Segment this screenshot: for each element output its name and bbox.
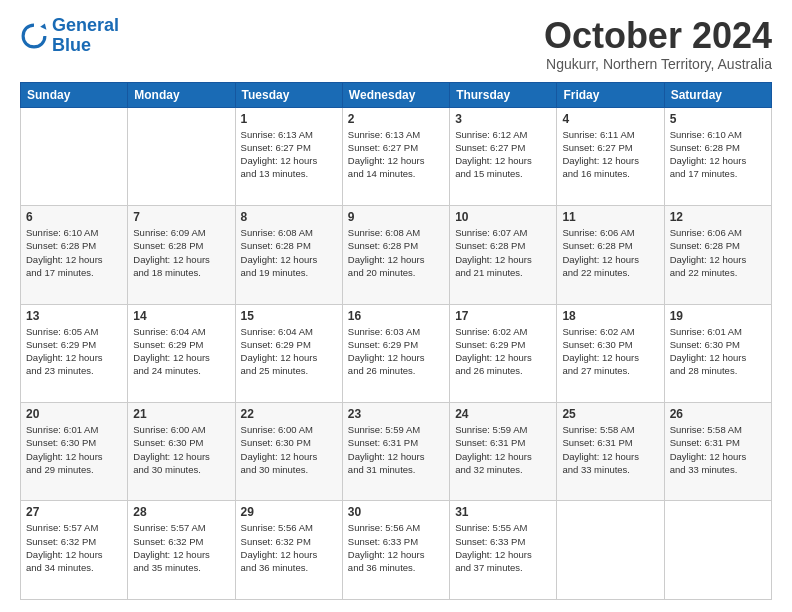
table-row: 17Sunrise: 6:02 AM Sunset: 6:29 PM Dayli…: [450, 304, 557, 402]
calendar-week-5: 27Sunrise: 5:57 AM Sunset: 6:32 PM Dayli…: [21, 501, 772, 600]
day-number: 6: [26, 210, 122, 224]
day-number: 27: [26, 505, 122, 519]
day-detail: Sunrise: 6:00 AM Sunset: 6:30 PM Dayligh…: [133, 423, 229, 476]
logo: General Blue: [20, 16, 119, 56]
month-title: October 2024: [544, 16, 772, 56]
day-number: 25: [562, 407, 658, 421]
table-row: 9Sunrise: 6:08 AM Sunset: 6:28 PM Daylig…: [342, 206, 449, 304]
table-row: 28Sunrise: 5:57 AM Sunset: 6:32 PM Dayli…: [128, 501, 235, 600]
col-monday: Monday: [128, 82, 235, 107]
day-number: 3: [455, 112, 551, 126]
day-number: 31: [455, 505, 551, 519]
calendar-table: Sunday Monday Tuesday Wednesday Thursday…: [20, 82, 772, 600]
table-row: 11Sunrise: 6:06 AM Sunset: 6:28 PM Dayli…: [557, 206, 664, 304]
table-row: 23Sunrise: 5:59 AM Sunset: 6:31 PM Dayli…: [342, 403, 449, 501]
col-saturday: Saturday: [664, 82, 771, 107]
table-row: 22Sunrise: 6:00 AM Sunset: 6:30 PM Dayli…: [235, 403, 342, 501]
day-number: 24: [455, 407, 551, 421]
calendar-week-2: 6Sunrise: 6:10 AM Sunset: 6:28 PM Daylig…: [21, 206, 772, 304]
day-detail: Sunrise: 6:04 AM Sunset: 6:29 PM Dayligh…: [133, 325, 229, 378]
day-detail: Sunrise: 6:00 AM Sunset: 6:30 PM Dayligh…: [241, 423, 337, 476]
calendar-week-1: 1Sunrise: 6:13 AM Sunset: 6:27 PM Daylig…: [21, 107, 772, 205]
day-detail: Sunrise: 5:59 AM Sunset: 6:31 PM Dayligh…: [455, 423, 551, 476]
table-row: 6Sunrise: 6:10 AM Sunset: 6:28 PM Daylig…: [21, 206, 128, 304]
day-number: 18: [562, 309, 658, 323]
day-detail: Sunrise: 5:58 AM Sunset: 6:31 PM Dayligh…: [670, 423, 766, 476]
table-row: 12Sunrise: 6:06 AM Sunset: 6:28 PM Dayli…: [664, 206, 771, 304]
table-row: 27Sunrise: 5:57 AM Sunset: 6:32 PM Dayli…: [21, 501, 128, 600]
title-area: October 2024 Ngukurr, Northern Territory…: [544, 16, 772, 72]
day-number: 4: [562, 112, 658, 126]
table-row: 24Sunrise: 5:59 AM Sunset: 6:31 PM Dayli…: [450, 403, 557, 501]
day-detail: Sunrise: 5:58 AM Sunset: 6:31 PM Dayligh…: [562, 423, 658, 476]
header: General Blue October 2024 Ngukurr, North…: [20, 16, 772, 72]
day-detail: Sunrise: 6:08 AM Sunset: 6:28 PM Dayligh…: [348, 226, 444, 279]
day-number: 29: [241, 505, 337, 519]
day-number: 14: [133, 309, 229, 323]
table-row: 5Sunrise: 6:10 AM Sunset: 6:28 PM Daylig…: [664, 107, 771, 205]
table-row: [21, 107, 128, 205]
day-number: 28: [133, 505, 229, 519]
day-number: 9: [348, 210, 444, 224]
day-number: 12: [670, 210, 766, 224]
day-detail: Sunrise: 6:07 AM Sunset: 6:28 PM Dayligh…: [455, 226, 551, 279]
day-number: 15: [241, 309, 337, 323]
day-number: 13: [26, 309, 122, 323]
day-number: 22: [241, 407, 337, 421]
day-detail: Sunrise: 5:56 AM Sunset: 6:33 PM Dayligh…: [348, 521, 444, 574]
table-row: 2Sunrise: 6:13 AM Sunset: 6:27 PM Daylig…: [342, 107, 449, 205]
day-detail: Sunrise: 5:56 AM Sunset: 6:32 PM Dayligh…: [241, 521, 337, 574]
day-number: 7: [133, 210, 229, 224]
table-row: 21Sunrise: 6:00 AM Sunset: 6:30 PM Dayli…: [128, 403, 235, 501]
day-detail: Sunrise: 6:04 AM Sunset: 6:29 PM Dayligh…: [241, 325, 337, 378]
day-number: 5: [670, 112, 766, 126]
calendar-week-4: 20Sunrise: 6:01 AM Sunset: 6:30 PM Dayli…: [21, 403, 772, 501]
day-detail: Sunrise: 5:59 AM Sunset: 6:31 PM Dayligh…: [348, 423, 444, 476]
day-number: 1: [241, 112, 337, 126]
table-row: 26Sunrise: 5:58 AM Sunset: 6:31 PM Dayli…: [664, 403, 771, 501]
col-sunday: Sunday: [21, 82, 128, 107]
day-detail: Sunrise: 6:12 AM Sunset: 6:27 PM Dayligh…: [455, 128, 551, 181]
day-number: 2: [348, 112, 444, 126]
table-row: 3Sunrise: 6:12 AM Sunset: 6:27 PM Daylig…: [450, 107, 557, 205]
col-thursday: Thursday: [450, 82, 557, 107]
table-row: 19Sunrise: 6:01 AM Sunset: 6:30 PM Dayli…: [664, 304, 771, 402]
col-wednesday: Wednesday: [342, 82, 449, 107]
day-detail: Sunrise: 6:11 AM Sunset: 6:27 PM Dayligh…: [562, 128, 658, 181]
logo-text: General Blue: [52, 16, 119, 56]
day-detail: Sunrise: 6:05 AM Sunset: 6:29 PM Dayligh…: [26, 325, 122, 378]
table-row: [128, 107, 235, 205]
day-number: 23: [348, 407, 444, 421]
table-row: 4Sunrise: 6:11 AM Sunset: 6:27 PM Daylig…: [557, 107, 664, 205]
table-row: 31Sunrise: 5:55 AM Sunset: 6:33 PM Dayli…: [450, 501, 557, 600]
page: General Blue October 2024 Ngukurr, North…: [0, 0, 792, 612]
col-friday: Friday: [557, 82, 664, 107]
table-row: 7Sunrise: 6:09 AM Sunset: 6:28 PM Daylig…: [128, 206, 235, 304]
table-row: 25Sunrise: 5:58 AM Sunset: 6:31 PM Dayli…: [557, 403, 664, 501]
day-detail: Sunrise: 6:06 AM Sunset: 6:28 PM Dayligh…: [670, 226, 766, 279]
table-row: 10Sunrise: 6:07 AM Sunset: 6:28 PM Dayli…: [450, 206, 557, 304]
table-row: [664, 501, 771, 600]
logo-icon: [20, 22, 48, 50]
col-tuesday: Tuesday: [235, 82, 342, 107]
table-row: 20Sunrise: 6:01 AM Sunset: 6:30 PM Dayli…: [21, 403, 128, 501]
day-number: 20: [26, 407, 122, 421]
calendar-header-row: Sunday Monday Tuesday Wednesday Thursday…: [21, 82, 772, 107]
day-number: 10: [455, 210, 551, 224]
table-row: 1Sunrise: 6:13 AM Sunset: 6:27 PM Daylig…: [235, 107, 342, 205]
day-detail: Sunrise: 6:01 AM Sunset: 6:30 PM Dayligh…: [26, 423, 122, 476]
day-number: 26: [670, 407, 766, 421]
logo-line2: Blue: [52, 35, 91, 55]
table-row: 16Sunrise: 6:03 AM Sunset: 6:29 PM Dayli…: [342, 304, 449, 402]
day-detail: Sunrise: 6:13 AM Sunset: 6:27 PM Dayligh…: [241, 128, 337, 181]
table-row: 14Sunrise: 6:04 AM Sunset: 6:29 PM Dayli…: [128, 304, 235, 402]
day-detail: Sunrise: 6:06 AM Sunset: 6:28 PM Dayligh…: [562, 226, 658, 279]
table-row: 8Sunrise: 6:08 AM Sunset: 6:28 PM Daylig…: [235, 206, 342, 304]
day-detail: Sunrise: 6:02 AM Sunset: 6:30 PM Dayligh…: [562, 325, 658, 378]
table-row: 29Sunrise: 5:56 AM Sunset: 6:32 PM Dayli…: [235, 501, 342, 600]
day-number: 11: [562, 210, 658, 224]
day-number: 21: [133, 407, 229, 421]
table-row: 18Sunrise: 6:02 AM Sunset: 6:30 PM Dayli…: [557, 304, 664, 402]
day-detail: Sunrise: 6:08 AM Sunset: 6:28 PM Dayligh…: [241, 226, 337, 279]
day-number: 30: [348, 505, 444, 519]
